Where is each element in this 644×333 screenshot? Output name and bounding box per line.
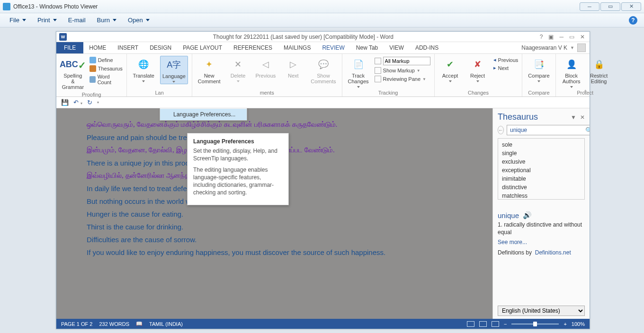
tab-mailings[interactable]: MAILINGS — [278, 42, 316, 53]
tab-file[interactable]: FILE — [56, 42, 83, 53]
photoviewer-app-icon — [3, 3, 10, 10]
group-label-changes: Changes — [438, 90, 519, 96]
maximize-button[interactable]: ▭ — [600, 2, 620, 11]
status-words[interactable]: 232 WORDS — [99, 321, 129, 327]
word-count-button[interactable]: Word Count — [89, 73, 123, 86]
thesaurus-result-item[interactable]: sole — [502, 140, 581, 149]
tab-new[interactable]: New Tab — [350, 42, 384, 53]
next-change-button[interactable]: ▸Next — [493, 64, 519, 72]
group-compare: 📑Compare Compare — [522, 54, 555, 96]
ribbon: ABC✓ Spelling & Grammar Define Thesaurus… — [56, 53, 590, 97]
accept-button[interactable]: ✔Accept — [438, 56, 462, 83]
redo-icon[interactable]: ↻ — [87, 99, 92, 106]
thesaurus-result-item[interactable]: exceptional — [502, 166, 581, 175]
show-markup-button[interactable]: Show Markup ▼ — [375, 66, 430, 75]
group-label-language: Lan — [131, 90, 188, 96]
reviewing-pane-button[interactable]: Reviewing Pane ▼ — [375, 75, 430, 83]
compare-button[interactable]: 📑Compare — [526, 56, 551, 83]
thesaurus-result-item[interactable]: exclusive — [502, 158, 581, 166]
zoom-slider[interactable] — [511, 324, 559, 324]
close-button[interactable]: ✕ — [621, 2, 641, 11]
word-window-controls: ? ▣ ─ ▭ ✕ — [540, 34, 590, 40]
group-label-compare: Compare — [526, 90, 551, 96]
definitions-link[interactable]: Definitions.net — [535, 249, 571, 256]
status-proof-icon[interactable]: 📖 — [136, 321, 143, 327]
pv-menu-email[interactable]: E-mail — [68, 17, 86, 24]
thesaurus-result-item[interactable]: distinctive — [502, 183, 581, 192]
new-comment-button[interactable]: ✦New Comment — [196, 56, 223, 85]
group-label-proofing: Proofing — [60, 92, 123, 97]
tab-addins[interactable]: ADD-INS — [410, 42, 444, 53]
language-button[interactable]: A字 Language — [160, 56, 188, 84]
qat-customize-icon[interactable]: ▾ — [97, 100, 99, 105]
status-page[interactable]: PAGE 1 OF 2 — [61, 321, 92, 327]
thesaurus-result-item[interactable]: single — [502, 149, 581, 158]
reject-button[interactable]: ✘Reject — [466, 56, 490, 83]
speaker-icon[interactable]: 🔊 — [523, 211, 532, 219]
pv-menu-file[interactable]: File — [9, 17, 26, 24]
user-account[interactable]: Naageswaran V K ▼ — [518, 42, 590, 53]
next-comment-button: ▷Next — [281, 56, 305, 79]
thesaurus-back-icon[interactable]: ← — [498, 126, 504, 134]
collapse-ribbon-icon[interactable]: ^ — [584, 89, 587, 95]
pv-menu-burn[interactable]: Burn — [97, 17, 116, 24]
restrict-editing-button[interactable]: 🔒Restrict Editing — [587, 56, 611, 85]
word-minimize-icon[interactable]: ─ — [559, 34, 564, 40]
tab-home[interactable]: HOME — [83, 42, 112, 53]
thesaurus-button[interactable]: Thesaurus — [89, 64, 123, 73]
thesaurus-result-item[interactable]: inimitable — [502, 175, 581, 183]
previous-change-button[interactable]: ◂Previous — [493, 56, 519, 64]
thesaurus-search-input[interactable] — [507, 125, 590, 135]
pv-menu-print[interactable]: Print — [37, 17, 57, 24]
display-for-review[interactable] — [375, 56, 430, 66]
status-language[interactable]: TAMIL (INDIA) — [149, 321, 183, 327]
thesaurus-result-item[interactable]: matchless — [502, 192, 581, 200]
document-line[interactable]: Difficulties are the cause of sorrow. — [87, 236, 453, 244]
tab-view[interactable]: VIEW — [384, 42, 410, 53]
photoviewer-title: Office13 - Windows Photo Viewer — [13, 3, 98, 10]
document-line[interactable]: ஒவ்வொருவரும், வேதனைக்கும் மகிழ்ச்சிக்கும… — [87, 121, 453, 129]
pv-menu-open[interactable]: Open — [128, 17, 150, 24]
view-print-icon[interactable] — [479, 321, 487, 327]
track-changes-button[interactable]: 📄Track Changes — [346, 56, 371, 89]
search-icon[interactable]: 🔍 — [585, 127, 590, 134]
word-close-icon[interactable]: ✕ — [580, 34, 585, 40]
thesaurus-results[interactable]: solesingleexclusiveexceptionalinimitable… — [498, 138, 585, 200]
tab-references[interactable]: REFERENCES — [228, 42, 278, 53]
previous-comment-button: ◁Previous — [254, 56, 278, 79]
group-comments: ✦New Comment ✕Delete ◁Previous ▷Next 💬Sh… — [192, 54, 342, 96]
save-icon[interactable]: 💾 — [61, 99, 69, 106]
translate-button[interactable]: 🌐 Translate — [131, 56, 156, 83]
zoom-level[interactable]: 100% — [572, 321, 585, 327]
user-name: Naageswaran V K — [521, 44, 567, 51]
delete-comment-button: ✕Delete — [226, 56, 250, 83]
group-language: 🌐 Translate A字 Language Lan — [127, 54, 192, 96]
view-web-icon[interactable] — [492, 321, 499, 327]
tab-insert[interactable]: INSERT — [112, 42, 144, 53]
define-button[interactable]: Define — [89, 56, 123, 64]
document-line[interactable]: If you would like to enjoy enduring happ… — [87, 248, 453, 256]
zoom-out-icon[interactable]: − — [504, 321, 507, 327]
pane-options-icon[interactable]: ▼ — [571, 114, 576, 121]
thesaurus-language-select[interactable]: English (United States) — [498, 306, 585, 316]
show-comments-button: 💬Show Comments — [309, 56, 338, 85]
pane-close-icon[interactable]: ✕ — [580, 114, 585, 121]
help-icon[interactable]: ? — [629, 16, 637, 25]
spelling-grammar-button[interactable]: ABC✓ Spelling & Grammar — [60, 56, 86, 91]
tab-page-layout[interactable]: PAGE LAYOUT — [177, 42, 228, 53]
minimize-button[interactable]: ─ — [580, 2, 599, 11]
view-read-icon[interactable] — [467, 321, 474, 327]
avatar — [577, 44, 586, 52]
zoom-in-icon[interactable]: + — [564, 321, 566, 327]
document-line[interactable]: Thirst is the cause for drinking. — [87, 223, 453, 231]
word-restore-icon[interactable]: ▭ — [569, 34, 574, 40]
language-preferences-item[interactable]: Language Preferences... — [160, 109, 247, 120]
word-ribbon-options-icon[interactable]: ▣ — [548, 34, 554, 40]
block-authors-button[interactable]: 👤Block Authors — [560, 56, 583, 89]
document-line[interactable]: Hunger is the cause for eating. — [87, 210, 453, 218]
tab-design[interactable]: DESIGN — [144, 42, 177, 53]
word-help-icon[interactable]: ? — [540, 34, 543, 40]
see-more-link[interactable]: See more... — [498, 239, 585, 245]
undo-icon[interactable]: ↶ ▾ — [73, 99, 82, 106]
tab-review[interactable]: REVIEW — [316, 42, 350, 53]
